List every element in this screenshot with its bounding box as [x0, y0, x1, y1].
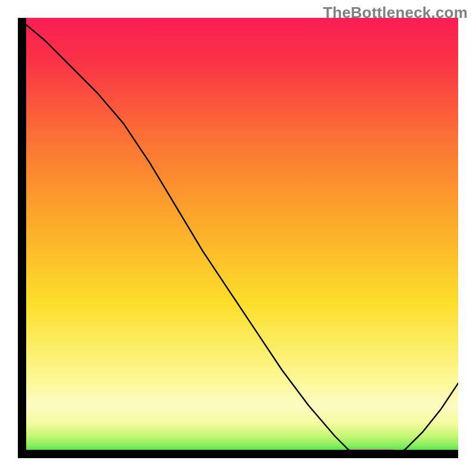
chart-stage: TheBottleneck.com	[0, 0, 476, 476]
gradient-background	[18, 18, 458, 458]
bottleneck-chart	[18, 18, 458, 458]
